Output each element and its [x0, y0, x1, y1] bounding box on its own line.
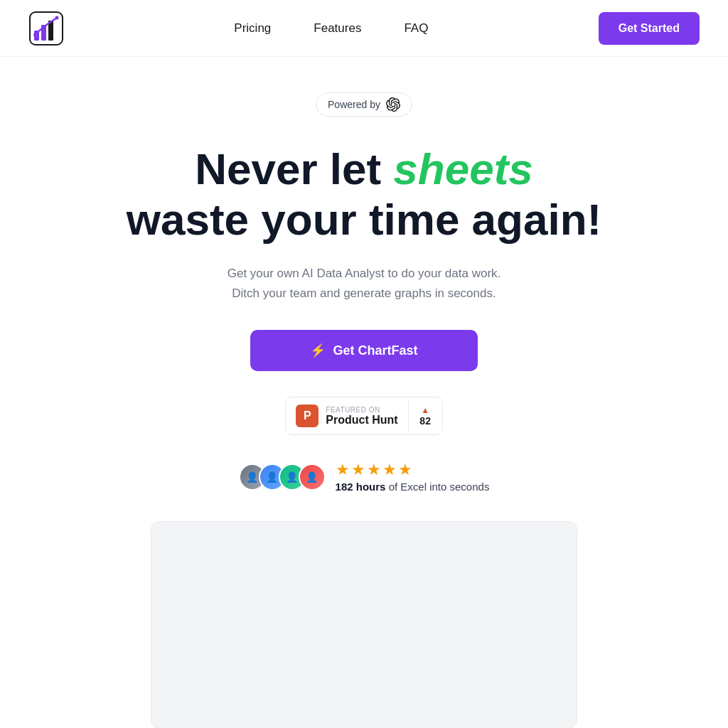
- ph-text-block: FEATURED ON Product Hunt: [326, 406, 397, 427]
- nav-links: Pricing Features FAQ: [234, 21, 428, 36]
- ph-featured-label: FEATURED ON: [326, 406, 397, 414]
- ph-upvote-arrow: ▲: [421, 405, 429, 415]
- screenshot-placeholder: [151, 522, 577, 728]
- hero-subtext-line2: Ditch your team and generate graphs in s…: [232, 287, 496, 300]
- cta-button[interactable]: ⚡ Get ChartFast: [250, 330, 478, 371]
- navbar: Pricing Features FAQ Get Started: [0, 0, 728, 57]
- nav-features[interactable]: Features: [314, 21, 361, 36]
- ph-logo-icon: P: [296, 405, 318, 427]
- star-1: ★: [336, 461, 350, 479]
- nav-pricing[interactable]: Pricing: [234, 21, 271, 36]
- lightning-icon: ⚡: [310, 343, 326, 358]
- cta-label: Get ChartFast: [333, 343, 417, 358]
- review-suffix: of Excel into seconds: [389, 481, 490, 493]
- ph-product-name: Product Hunt: [326, 414, 397, 427]
- svg-point-4: [55, 16, 59, 19]
- star-4: ★: [382, 461, 397, 479]
- headline-part1: Never let: [195, 144, 393, 193]
- star-rating: ★ ★ ★ ★ ★: [336, 461, 490, 479]
- headline-line2: waste your time again!: [127, 193, 601, 246]
- powered-by-text: Powered by: [328, 99, 380, 110]
- product-hunt-badge[interactable]: P FEATURED ON Product Hunt ▲ 82: [285, 397, 442, 435]
- hero-subtext-line1: Get your own AI Data Analyst to do your …: [228, 267, 501, 280]
- ph-vote-count: 82: [419, 415, 431, 427]
- main-content: Powered by Never let sheets waste your t…: [0, 57, 728, 728]
- star-2: ★: [351, 461, 365, 479]
- star-5: ★: [398, 461, 412, 479]
- review-text: 182 hours of Excel into seconds: [336, 481, 490, 493]
- powered-by-badge: Powered by: [316, 92, 412, 117]
- star-3: ★: [367, 461, 381, 479]
- stars-block: ★ ★ ★ ★ ★ 182 hours of Excel into second…: [336, 461, 490, 493]
- avatar-4: 👤: [299, 464, 326, 491]
- avatar-group: 👤 👤 👤 👤: [239, 464, 326, 491]
- ph-vote: ▲ 82: [408, 400, 442, 432]
- openai-icon: [386, 97, 400, 112]
- ph-left: P FEATURED ON Product Hunt: [286, 397, 407, 434]
- get-started-button[interactable]: Get Started: [599, 12, 700, 45]
- hours-count: 182 hours: [336, 481, 386, 493]
- nav-faq[interactable]: FAQ: [404, 21, 428, 36]
- screenshot-container: [151, 521, 577, 728]
- headline-highlight: sheets: [393, 144, 532, 193]
- logo-icon: [28, 11, 64, 46]
- headline-line1: Never let sheets: [127, 145, 601, 193]
- social-proof: 👤 👤 👤 👤 ★ ★ ★ ★ ★ 182 hours of Excel int…: [239, 461, 490, 493]
- hero-subtext: Get your own AI Data Analyst to do your …: [228, 264, 501, 305]
- logo[interactable]: [28, 11, 64, 46]
- hero-headline: Never let sheets waste your time again!: [127, 145, 601, 247]
